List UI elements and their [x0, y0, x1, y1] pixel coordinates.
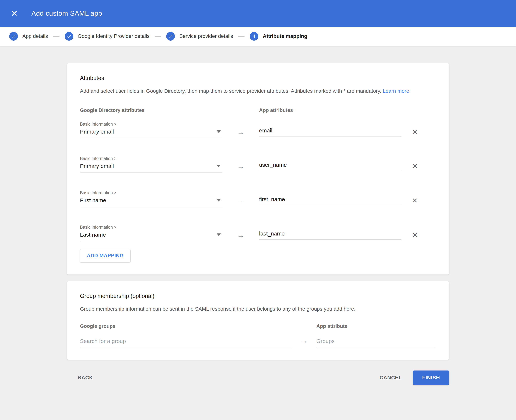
step-service-provider-details[interactable]: Service provider details: [166, 32, 233, 41]
group-mapping-row: Google groups → App attribute: [80, 323, 436, 347]
footer-actions: BACK CANCEL FINISH: [67, 370, 449, 385]
group-membership-card: Group membership (optional) Group member…: [67, 281, 449, 360]
step-label: Service provider details: [179, 33, 233, 39]
maps-to-arrow-icon: →: [222, 163, 259, 171]
step-label: Attribute mapping: [263, 33, 307, 39]
step-connector: [155, 36, 161, 37]
attribute-category-label: Basic Information >: [80, 122, 222, 127]
learn-more-link[interactable]: Learn more: [383, 88, 409, 94]
step-label: Google Identity Provider details: [78, 33, 150, 39]
column-headers: Google Directory attributes App attribut…: [80, 107, 436, 113]
remove-mapping-icon[interactable]: ✕: [412, 197, 418, 204]
attributes-description: Add and select user fields in Google Dir…: [80, 87, 436, 95]
dropdown-arrow-icon: [217, 199, 221, 202]
remove-mapping-icon[interactable]: ✕: [412, 128, 418, 135]
dropdown-arrow-icon: [217, 130, 221, 133]
maps-to-arrow-icon: →: [292, 337, 316, 345]
dialog-title: Add custom SAML app: [31, 10, 102, 17]
selected-attribute-value: Primary email: [80, 163, 217, 169]
app-attribute-input[interactable]: [259, 128, 401, 136]
maps-to-arrow-icon: →: [222, 197, 259, 205]
step-attribute-mapping[interactable]: 4 Attribute mapping: [250, 32, 307, 41]
step-connector: [238, 36, 245, 37]
wizard-stepper: App details Google Identity Provider det…: [0, 27, 516, 46]
app-attribute-input[interactable]: [259, 231, 401, 240]
directory-attribute-select[interactable]: Basic Information > Primary email: [80, 156, 222, 173]
attributes-card-title: Attributes: [80, 75, 436, 82]
step-app-details[interactable]: App details: [9, 32, 48, 41]
step-connector: [53, 36, 60, 37]
google-groups-header: Google groups: [80, 323, 292, 329]
remove-mapping-icon[interactable]: ✕: [412, 232, 418, 239]
mapping-row: Basic Information > Primary email → ✕: [80, 156, 436, 173]
group-search-input[interactable]: [80, 338, 292, 347]
step-number-badge: 4: [250, 32, 258, 41]
selected-attribute-value: Primary email: [80, 128, 217, 135]
step-complete-check-icon: [166, 32, 175, 41]
directory-attribute-select[interactable]: Basic Information > Primary email: [80, 122, 222, 138]
attributes-description-text: Add and select user fields in Google Dir…: [80, 88, 381, 94]
dialog-header: ✕ Add custom SAML app: [0, 0, 516, 27]
selected-attribute-value: Last name: [80, 232, 217, 238]
google-directory-attributes-header: Google Directory attributes: [80, 107, 259, 113]
step-label: App details: [22, 33, 48, 39]
add-mapping-button[interactable]: ADD MAPPING: [80, 249, 131, 262]
step-complete-check-icon: [65, 32, 73, 41]
mapping-row: Basic Information > First name → ✕: [80, 190, 436, 207]
step-google-idp-details[interactable]: Google Identity Provider details: [65, 32, 150, 41]
app-attribute-input[interactable]: [259, 162, 401, 171]
maps-to-arrow-icon: →: [222, 231, 259, 239]
mapping-row: Basic Information > Last name → ✕: [80, 225, 436, 241]
finish-button[interactable]: FINISH: [413, 370, 449, 385]
back-button[interactable]: BACK: [76, 371, 95, 384]
attribute-category-label: Basic Information >: [80, 190, 222, 195]
group-membership-description: Group membership information can be sent…: [80, 305, 436, 313]
dropdown-arrow-icon: [217, 165, 221, 167]
directory-attribute-select[interactable]: Basic Information > Last name: [80, 225, 222, 241]
mapping-row: Basic Information > Primary email → ✕: [80, 122, 436, 138]
add-custom-saml-app-dialog: ✕ Add custom SAML app App details Google…: [0, 0, 516, 385]
close-icon[interactable]: ✕: [11, 9, 22, 18]
app-attribute-input[interactable]: [259, 196, 401, 205]
group-membership-title: Group membership (optional): [80, 293, 436, 299]
main-content: Attributes Add and select user fields in…: [0, 46, 516, 385]
app-attributes-header: App attributes: [259, 107, 293, 113]
maps-to-arrow-icon: →: [222, 128, 259, 136]
attribute-category-label: Basic Information >: [80, 156, 222, 161]
dropdown-arrow-icon: [217, 233, 221, 236]
remove-mapping-icon[interactable]: ✕: [412, 163, 418, 170]
app-attribute-header: App attribute: [316, 323, 435, 329]
directory-attribute-select[interactable]: Basic Information > First name: [80, 190, 222, 207]
step-complete-check-icon: [9, 32, 18, 41]
selected-attribute-value: First name: [80, 197, 217, 203]
attributes-card: Attributes Add and select user fields in…: [67, 63, 449, 275]
attribute-category-label: Basic Information >: [80, 225, 222, 230]
group-app-attribute-input[interactable]: [316, 338, 435, 347]
cancel-button[interactable]: CANCEL: [378, 371, 404, 384]
